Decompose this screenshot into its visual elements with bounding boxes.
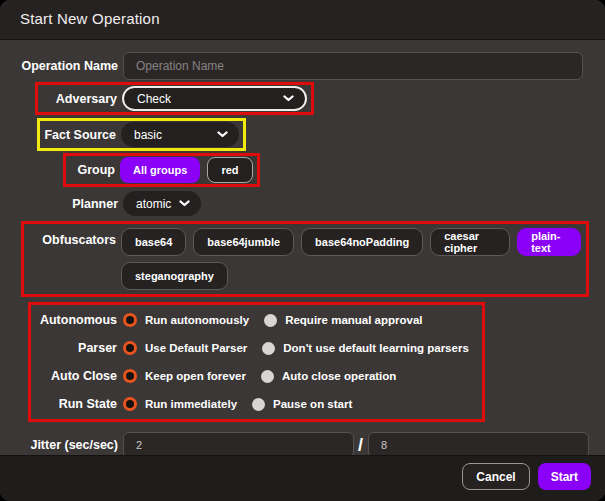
radio-pause-on-start-icon[interactable] <box>252 398 265 411</box>
autonomous-label: Autonomous <box>35 313 117 327</box>
radio-auto-close-operation-icon[interactable] <box>261 370 274 383</box>
dialog-body: Operation Name Adversary Check Fact Sour… <box>0 40 605 455</box>
adversary-select[interactable]: Check <box>122 86 307 111</box>
chevron-down-icon <box>179 200 190 207</box>
radio-keep-open-forever-label: Keep open forever <box>145 370 246 382</box>
parser-label: Parser <box>35 341 117 355</box>
radio-run-autonomously-label: Run autonomously <box>145 314 249 326</box>
dialog-footer: Cancel Start <box>0 455 605 501</box>
cancel-button[interactable]: Cancel <box>462 463 529 490</box>
radio-run-immediately-label: Run immediately <box>145 398 237 410</box>
planner-row: Planner atomic <box>0 191 589 216</box>
adversary-label: Adversary <box>40 92 117 106</box>
run-state-label: Run State <box>35 397 117 411</box>
annotation-red-box-adversary: Adversary Check <box>35 82 314 115</box>
adversary-selected-value: Check <box>137 92 171 106</box>
radio-no-default-learning-parsers-label: Don't use default learning parsers <box>283 342 469 354</box>
jitter-separator: / <box>358 435 363 456</box>
radio-use-default-parser-label: Use Default Parser <box>145 342 247 354</box>
annotation-red-box-obfuscators: Obfuscators base64 base64jumble base64no… <box>21 221 589 297</box>
radio-keep-open-forever-icon[interactable] <box>123 369 137 383</box>
radio-no-default-learning-parsers-icon[interactable] <box>262 342 275 355</box>
auto-close-row: Auto Close Keep open forever Auto close … <box>35 362 478 390</box>
chevron-down-icon <box>283 95 294 102</box>
obfuscators-label: Obfuscators <box>26 233 116 247</box>
group-label: Group <box>68 163 115 177</box>
obfuscator-plain-text[interactable]: plain-text <box>517 228 581 256</box>
group-option-red[interactable]: red <box>207 157 252 183</box>
start-new-operation-dialog: Start New Operation Operation Name Adver… <box>0 0 605 501</box>
annotation-red-box-group: Group All groups red <box>63 153 260 187</box>
annotation-red-box-run-options: Autonomous Run autonomously Require manu… <box>28 302 485 422</box>
group-options: All groups red <box>120 157 253 183</box>
auto-close-label: Auto Close <box>35 369 117 383</box>
fact-source-select[interactable]: basic <box>121 122 239 147</box>
autonomous-row: Autonomous Run autonomously Require manu… <box>35 306 478 334</box>
group-option-all-groups[interactable]: All groups <box>120 157 200 183</box>
jitter-label: Jitter (sec/sec) <box>0 438 118 452</box>
fact-source-label: Fact Source <box>42 128 116 142</box>
dialog-header: Start New Operation <box>0 0 605 40</box>
jitter-min-input[interactable] <box>123 432 354 455</box>
obfuscator-base64[interactable]: base64 <box>121 228 186 256</box>
operation-name-input[interactable] <box>123 52 583 80</box>
obfuscator-caesar-cipher[interactable]: caesar cipher <box>430 228 510 256</box>
operation-name-label: Operation Name <box>0 59 118 73</box>
radio-require-manual-approval-icon[interactable] <box>264 314 277 327</box>
start-button[interactable]: Start <box>538 463 591 490</box>
radio-run-immediately-icon[interactable] <box>123 397 137 411</box>
fact-source-selected-value: basic <box>134 128 162 142</box>
run-state-row: Run State Run immediately Pause on start <box>35 390 478 418</box>
jitter-row: Jitter (sec/sec) / <box>0 432 589 455</box>
dialog-title: Start New Operation <box>20 10 160 27</box>
planner-label: Planner <box>0 197 118 211</box>
chevron-down-icon <box>217 131 228 138</box>
operation-name-row: Operation Name <box>0 52 589 80</box>
radio-require-manual-approval-label: Require manual approval <box>285 314 422 326</box>
parser-row: Parser Use Default Parser Don't use defa… <box>35 334 478 362</box>
radio-run-autonomously-icon[interactable] <box>123 313 137 327</box>
obfuscator-base64jumble[interactable]: base64jumble <box>193 228 294 256</box>
annotation-yellow-box-fact-source: Fact Source basic <box>37 118 246 151</box>
jitter-max-input[interactable] <box>368 432 589 455</box>
obfuscator-options: base64 base64jumble base64noPadding caes… <box>121 228 581 290</box>
obfuscator-base64noPadding[interactable]: base64noPadding <box>301 228 423 256</box>
planner-selected-value: atomic <box>136 197 171 211</box>
obfuscator-steganography[interactable]: steganography <box>121 262 228 290</box>
radio-auto-close-operation-label: Auto close operation <box>282 370 396 382</box>
planner-select[interactable]: atomic <box>123 191 201 216</box>
radio-use-default-parser-icon[interactable] <box>123 341 137 355</box>
radio-pause-on-start-label: Pause on start <box>273 398 352 410</box>
